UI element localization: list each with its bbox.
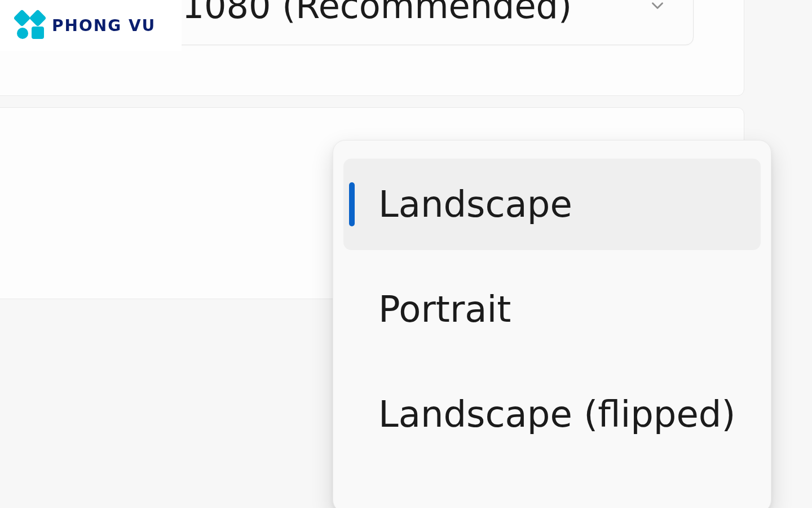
orientation-option-landscape[interactable]: Landscape [343, 159, 761, 250]
brand-name: PHONG VU [52, 16, 156, 35]
brand-watermark: PHONG VU [0, 0, 182, 51]
display-resolution-dropdown[interactable]: × 1080 (Recommended) [118, 0, 694, 45]
orientation-option-label: Portrait [378, 288, 511, 330]
display-orientation-menu: Landscape Portrait Landscape (flipped) [333, 140, 771, 508]
orientation-option-landscape-flipped[interactable]: Landscape (flipped) [343, 369, 761, 460]
orientation-option-label: Landscape (flipped) [378, 393, 735, 435]
brand-logo-icon [15, 12, 45, 39]
orientation-option-portrait[interactable]: Portrait [343, 264, 761, 355]
chevron-down-icon [647, 0, 668, 16]
display-resolution-value: × 1080 (Recommended) [142, 0, 572, 27]
orientation-option-label: Landscape [378, 183, 572, 225]
